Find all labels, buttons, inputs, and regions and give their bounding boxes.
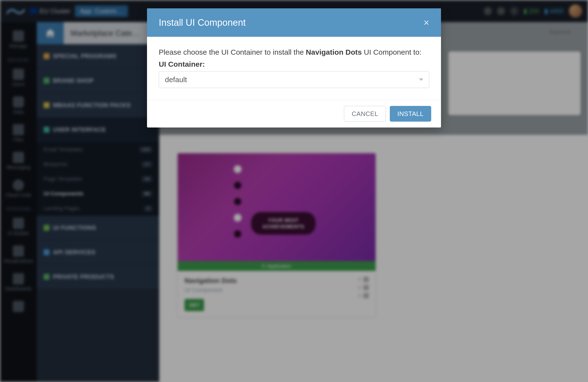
install-button[interactable]: INSTALL (390, 106, 431, 122)
ui-container-label: UI Container: (159, 60, 429, 68)
modal-footer: CANCEL INSTALL (147, 100, 441, 128)
component-name: Navigation Dots (306, 48, 362, 56)
ui-container-select[interactable]: default (159, 71, 429, 88)
modal-header: Install UI Component × (147, 8, 441, 37)
modal-body: Please choose the UI Container to instal… (147, 37, 441, 100)
modal-title: Install UI Component (159, 17, 246, 28)
cancel-button[interactable]: CANCEL (344, 106, 386, 122)
install-ui-component-modal: Install UI Component × Please choose the… (147, 8, 441, 128)
modal-description: Please choose the UI Container to instal… (159, 46, 429, 58)
select-value: default (165, 75, 187, 84)
chevron-down-icon (419, 78, 423, 81)
close-icon[interactable]: × (424, 18, 429, 27)
